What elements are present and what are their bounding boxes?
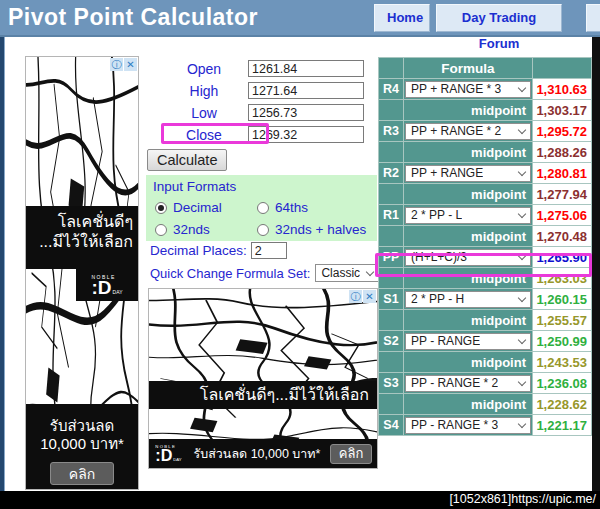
quick-change-label: Quick Change Formula Set: — [150, 266, 310, 281]
page-title: Pivot Point Calculator — [8, 4, 258, 31]
header-bar: Pivot Point Calculator HomeDay Trading F… — [0, 0, 600, 37]
formula-select-r1[interactable]: 2 * PP - L — [405, 207, 531, 224]
midpoint-row: midpoint1,255.57 — [379, 310, 591, 330]
row-value: 1,255.57 — [533, 310, 591, 330]
midpoint-label: midpoint — [404, 310, 532, 330]
formula-cell: PP + RANGE — [404, 163, 532, 183]
quick-change-row: Quick Change Formula Set: Classic — [150, 264, 379, 282]
brand-sub-text: DAY — [173, 456, 181, 461]
ad-headline-band: โลเคชั่นดีๆ...มีไว้ให้เลือก — [149, 381, 377, 409]
low-input[interactable] — [248, 104, 364, 121]
open-label: Open — [160, 61, 248, 77]
ad-headline-line2: ...มีไว้ให้เลือก — [26, 232, 133, 252]
input-formats-title: Input Formats — [146, 175, 377, 194]
result-row-pp: PP(H+L+C)/31,265.90 — [379, 247, 591, 267]
watermark-bar: [1052x861]https://upic.me/ — [0, 491, 600, 509]
formula-cell: (H+L+C)/3 — [404, 247, 532, 267]
row-label: PP — [379, 247, 403, 267]
nav-button-home[interactable]: Home — [374, 4, 430, 32]
row-value: 1,250.99 — [533, 331, 591, 351]
chevron-down-icon — [518, 251, 526, 259]
ad-info-icon[interactable]: ⓘ — [349, 290, 362, 303]
formula-set-select[interactable]: Classic — [315, 264, 379, 282]
formula-text: 2 * PP - H — [411, 292, 464, 306]
midpoint-label: midpoint — [404, 352, 532, 372]
midpoint-label: midpoint — [404, 142, 532, 162]
formula-text: PP + RANGE — [411, 166, 483, 180]
midpoint-label: midpoint — [404, 100, 532, 120]
radio-icon[interactable] — [257, 202, 269, 214]
close-label: Close — [160, 127, 248, 143]
row-value: 1,275.06 — [533, 205, 591, 225]
table-header-row: Formula — [379, 58, 591, 78]
formula-cell: 2 * PP - L — [404, 205, 532, 225]
radio-32nds-halves[interactable]: 32nds + halves — [257, 222, 377, 237]
row-label — [379, 184, 403, 204]
formula-select-s1[interactable]: 2 * PP - H — [405, 291, 531, 308]
radio-icon[interactable] — [155, 224, 167, 236]
nav-button-day-trading-forum[interactable]: Day Trading Forum — [436, 4, 562, 32]
formula-select-s2[interactable]: PP - RANGE — [405, 333, 531, 350]
radio-label: 64ths — [275, 200, 308, 215]
result-row-r3: R3PP + RANGE * 21,295.72 — [379, 121, 591, 141]
row-value: 1,221.17 — [533, 415, 591, 435]
promo-line1: รับส่วนลด — [26, 417, 138, 435]
radio-32nds[interactable]: 32nds — [155, 222, 257, 237]
midpoint-label: midpoint — [404, 268, 532, 288]
pivot-results-table: Formula R4PP + RANGE * 31,310.63midpoint… — [378, 57, 592, 436]
formula-cell: PP - RANGE * 2 — [404, 373, 532, 393]
ad-info-icon[interactable]: ⓘ — [110, 58, 123, 71]
radio-icon[interactable] — [155, 202, 167, 214]
left-ad-banner[interactable]: ⓘ ✕ โลเคชั่นดีๆ ...มีไว้ให้เลือก NOBLE :… — [25, 56, 139, 490]
nav-button-tr[interactable]: Tr — [586, 4, 600, 32]
ad-close-icon[interactable]: ✕ — [363, 290, 376, 303]
chevron-down-icon — [366, 267, 374, 275]
midpoint-row: midpoint1,243.53 — [379, 352, 591, 372]
input-formats-panel: Input Formats Decimal64ths32nds32nds + h… — [146, 175, 377, 241]
calculate-button[interactable]: Calculate — [147, 149, 227, 171]
row-label — [379, 352, 403, 372]
row-label — [379, 100, 403, 120]
chevron-down-icon — [518, 83, 526, 91]
field-row-low: Low — [160, 104, 364, 121]
open-input[interactable] — [248, 60, 364, 77]
header-label-cell — [379, 58, 403, 78]
ad-close-icon[interactable]: ✕ — [124, 58, 137, 71]
right-edge-strip — [592, 37, 600, 509]
formula-select-pp[interactable]: (H+L+C)/3 — [405, 249, 531, 266]
brand-sub-text: DAY — [113, 289, 123, 295]
formula-text: 2 * PP - L — [411, 208, 462, 222]
formula-select-r3[interactable]: PP + RANGE * 2 — [405, 123, 531, 140]
result-row-r1: R12 * PP - L1,275.06 — [379, 205, 591, 225]
row-value: 1,280.81 — [533, 163, 591, 183]
radio-icon[interactable] — [257, 224, 269, 236]
row-label — [379, 226, 403, 246]
radio-64ths[interactable]: 64ths — [257, 200, 377, 215]
formula-select-s4[interactable]: PP - RANGE * 3 — [405, 417, 531, 434]
formula-select-r4[interactable]: PP + RANGE * 3 — [405, 81, 531, 98]
chevron-down-icon — [518, 377, 526, 385]
row-label: R1 — [379, 205, 403, 225]
bottom-ad-banner[interactable]: ⓘ ✕ โลเคชั่นดีๆ...มีไว้ให้เลือก NOBLE :D… — [148, 288, 378, 469]
row-value: 1,243.53 — [533, 352, 591, 372]
brand-main-text: :D — [92, 280, 112, 296]
noble-day-logo: NOBLE :D DAY — [155, 445, 181, 463]
chevron-down-icon — [518, 167, 526, 175]
ad-cta-button[interactable]: คลิก — [330, 444, 372, 464]
field-row-close: Close — [160, 126, 364, 143]
formula-select-s3[interactable]: PP - RANGE * 2 — [405, 375, 531, 392]
chevron-down-icon — [518, 125, 526, 133]
formula-cell: 2 * PP - H — [404, 289, 532, 309]
formula-cell: PP - RANGE — [404, 331, 532, 351]
ad-cta-button[interactable]: คลิก — [50, 462, 114, 485]
row-value: 1,228.62 — [533, 394, 591, 414]
formula-select-r2[interactable]: PP + RANGE — [405, 165, 531, 182]
close-input[interactable] — [248, 126, 364, 143]
decimal-places-input[interactable] — [251, 242, 287, 259]
radio-label: 32nds + halves — [275, 222, 366, 237]
high-input[interactable] — [248, 82, 364, 99]
result-row-r4: R4PP + RANGE * 31,310.63 — [379, 79, 591, 99]
decimal-places-label: Decimal Places: — [150, 243, 247, 258]
row-value: 1,288.26 — [533, 142, 591, 162]
radio-decimal[interactable]: Decimal — [155, 200, 257, 215]
